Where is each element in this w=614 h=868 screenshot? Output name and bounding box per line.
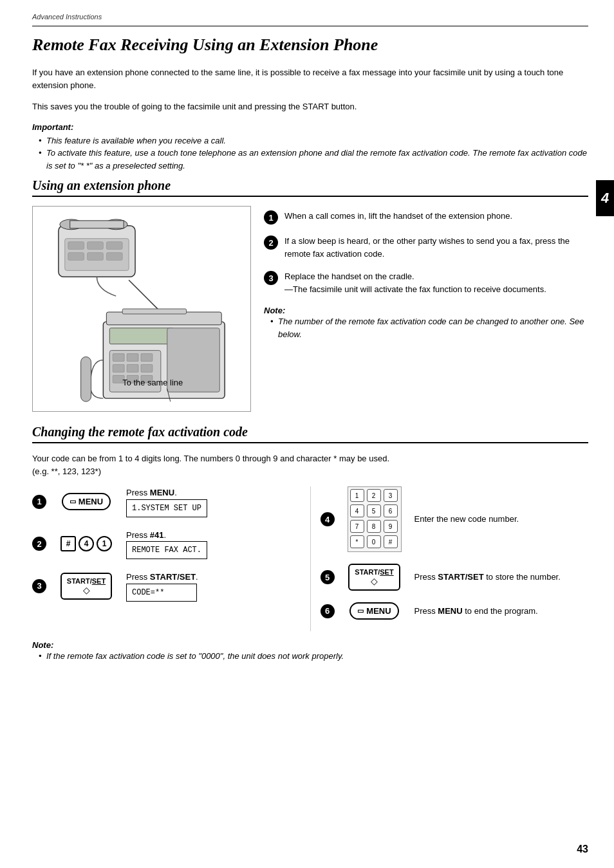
svg-rect-7	[106, 242, 122, 250]
key-4: 4	[79, 536, 94, 551]
svg-rect-20	[141, 354, 153, 362]
step-num-3: 3	[264, 271, 278, 285]
svg-text:To the same line: To the same line	[122, 378, 183, 387]
svg-rect-8	[68, 253, 84, 261]
start-set-button-icon-1: START/SET ◇	[60, 573, 112, 600]
note-section: Note: The number of the remote fax activ…	[264, 306, 588, 340]
start-set-button-icon-2: START/SET ◇	[348, 564, 400, 591]
svg-rect-15	[109, 328, 173, 344]
steps-right-col: 4 1 2 3 4 5 6 7 8 9 * 0 # Enter the new …	[321, 486, 589, 631]
activation-step-num-2: 2	[32, 537, 46, 551]
important-list: This feature is available when you recei…	[39, 134, 588, 172]
important-label: Important:	[32, 122, 588, 132]
activation-intro: Your code can be from 1 to 4 digits long…	[32, 452, 588, 477]
step-icon-menu: ▭ MENU	[54, 493, 118, 510]
svg-rect-22	[127, 364, 138, 372]
using-steps-column: 1 When a call comes in, lift the handset…	[264, 206, 588, 412]
bottom-note-bullet: If the remote fax activation code is set…	[39, 650, 588, 663]
activation-step-num-3: 3	[32, 579, 46, 593]
activation-step-4: 4 1 2 3 4 5 6 7 8 9 * 0 # Enter the new …	[321, 486, 589, 552]
activation-step-num-4: 4	[321, 512, 335, 526]
bottom-note: Note: If the remote fax activation code …	[32, 640, 588, 663]
number-pad-icon: 1 2 3 4 5 6 7 8 9 * 0 #	[348, 486, 402, 552]
page-number: 43	[577, 844, 588, 855]
svg-rect-23	[141, 364, 153, 372]
step-icon-startset-2: START/SET ◇	[342, 564, 407, 591]
activation-step-1: 1 ▭ MENU Press MENU. 1.SYSTEM SET UP	[32, 486, 301, 517]
step-text-3: Replace the handset on the cradle.—The f…	[284, 270, 546, 295]
step-num-1: 1	[264, 210, 278, 225]
activation-step-num-1: 1	[32, 495, 46, 509]
step-icon-startset-1: START/SET ◇	[54, 573, 118, 600]
menu-button-icon-2: ▭ MENU	[349, 602, 398, 620]
svg-rect-10	[106, 253, 122, 261]
key-1: 1	[97, 536, 112, 551]
fax-diagram: To the same line	[32, 206, 251, 412]
step-desc-3: Press START/SET. CODE=**	[126, 571, 301, 602]
step-text-2: If a slow beep is heard, or the other pa…	[284, 235, 588, 260]
note-list: The number of the remote fax activation …	[270, 315, 588, 340]
step-desc-6: Press MENU to end the program.	[414, 605, 589, 618]
note-bullet-1: The number of the remote fax activation …	[270, 315, 588, 340]
section-changing-title: Changing the remote fax activation code	[32, 425, 588, 443]
hash-4-1-keys: # 4 1	[60, 536, 112, 551]
svg-rect-9	[88, 253, 104, 261]
using-step-3: 3 Replace the handset on the cradle.—The…	[264, 270, 588, 295]
step-icon-menu-2: ▭ MENU	[342, 602, 407, 620]
activation-step-num-6: 6	[321, 604, 335, 618]
svg-rect-3	[70, 221, 124, 228]
svg-rect-19	[127, 354, 138, 362]
page-title: Remote Fax Receiving Using an Extension …	[32, 35, 588, 55]
note-label: Note:	[264, 306, 588, 315]
hash-key: #	[60, 536, 76, 551]
display-system-set-up: 1.SYSTEM SET UP	[126, 499, 207, 517]
step-desc-2: Press #41. REMOTE FAX ACT.	[126, 529, 301, 560]
activation-step-2: 2 # 4 1 Press #41. REMOTE FAX ACT.	[32, 529, 301, 560]
step-desc-4: Enter the new code number.	[414, 513, 589, 526]
using-step-1: 1 When a call comes in, lift the handset…	[264, 210, 588, 225]
chapter-tab: 4	[596, 180, 614, 216]
section-using-title: Using an extension phone	[32, 178, 588, 197]
activation-step-5: 5 START/SET ◇ Press START/SET to store t…	[321, 564, 589, 591]
svg-rect-27	[81, 357, 91, 402]
vertical-divider	[310, 486, 311, 631]
step-icon-hash41: # 4 1	[54, 536, 118, 551]
intro-para2: This saves you the trouble of going to t…	[32, 100, 588, 113]
important-bullet-1: This feature is available when you recei…	[39, 134, 588, 147]
display-code: CODE=**	[126, 584, 197, 602]
step-text-1: When a call comes in, lift the handset o…	[284, 210, 512, 223]
steps-left-col: 1 ▭ MENU Press MENU. 1.SYSTEM SET UP 2 #…	[32, 486, 301, 631]
activation-steps-grid: 1 ▭ MENU Press MENU. 1.SYSTEM SET UP 2 #…	[32, 486, 588, 631]
activation-step-6: 6 ▭ MENU Press MENU to end the program.	[321, 602, 589, 620]
using-step-2: 2 If a slow beep is heard, or the other …	[264, 235, 588, 260]
svg-rect-14	[122, 309, 186, 314]
bottom-note-label: Note:	[32, 640, 588, 650]
svg-rect-6	[88, 242, 104, 250]
menu-button-icon: ▭ MENU	[62, 493, 111, 510]
step-desc-5: Press START/SET to store the number.	[414, 571, 589, 584]
breadcrumb: Advanced Instructions	[32, 13, 588, 21]
activation-step-3: 3 START/SET ◇ Press START/SET. CODE=**	[32, 571, 301, 602]
svg-rect-5	[68, 242, 84, 250]
activation-step-num-5: 5	[321, 570, 335, 584]
step-icon-numpad: 1 2 3 4 5 6 7 8 9 * 0 #	[342, 486, 407, 552]
intro-para1: If you have an extension phone connected…	[32, 66, 588, 91]
step-desc-1: Press MENU. 1.SYSTEM SET UP	[126, 486, 301, 517]
display-remote-fax-act: REMOTE FAX ACT.	[126, 541, 207, 559]
bottom-note-list: If the remote fax activation code is set…	[39, 650, 588, 663]
svg-rect-18	[113, 354, 124, 362]
svg-rect-21	[113, 364, 124, 372]
step-num-2: 2	[264, 235, 278, 250]
important-bullet-2: To activate this feature, use a touch to…	[39, 147, 588, 172]
